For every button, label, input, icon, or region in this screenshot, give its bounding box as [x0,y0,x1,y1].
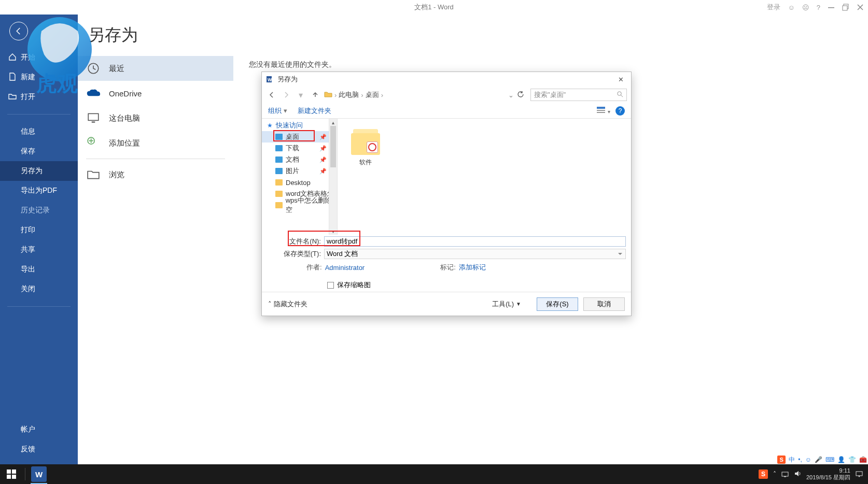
nav-share[interactable]: 共享 [0,240,78,260]
tree-documents[interactable]: 文档📌 [262,154,337,165]
nav-forward-button[interactable] [281,89,292,101]
tags-label: 标记: [440,263,456,272]
refresh-icon[interactable] [517,91,524,99]
tree-quickaccess[interactable]: ★快速访问 [262,120,337,131]
sogou-ime-icon[interactable]: S [777,455,786,464]
tree-folder-b[interactable]: wps中怎么删除空 [262,200,337,211]
crumb-current[interactable]: 桌面 [366,90,379,99]
breadcrumb[interactable]: › 此电脑 › 桌面 › ⌄ [324,90,527,99]
nav-history[interactable]: 历史记录 [0,201,78,220]
view-mode-button[interactable]: ▾ [596,106,610,115]
add-place-icon [86,136,101,150]
nav-feedback[interactable]: 反馈 [0,439,78,459]
folder-icon [275,168,283,174]
search-input[interactable]: 搜索"桌面" [530,89,627,101]
tools-dropdown[interactable]: 工具(L) ▼ [492,300,521,309]
ime-mic-icon[interactable]: 🎤 [815,456,822,463]
scroll-thumb[interactable] [330,126,336,167]
tags-value[interactable]: 添加标记 [459,263,486,272]
crumb-root[interactable]: 此电脑 [339,90,359,99]
tray-network-icon[interactable] [781,470,789,479]
close-button[interactable] [857,4,864,11]
files-pane[interactable]: 软件 [338,119,631,235]
folder-icon [275,202,283,208]
system-tray: S ˄ 9:11 2019/8/15 星期四 [759,467,868,481]
ime-shirt-icon[interactable]: 👕 [848,456,856,463]
face-sad-icon[interactable]: ☹ [802,4,809,11]
ime-keyboard-icon[interactable]: ⌨ [825,456,834,463]
nav-account[interactable]: 帐户 [0,420,78,439]
file-item-software[interactable]: 软件 [345,126,386,167]
ime-emoji-icon[interactable]: ☺ [805,456,811,463]
filename-label: 文件名(N): [267,237,324,246]
nav-exportpdf[interactable]: 导出为PDF [0,181,78,201]
nav-print[interactable]: 打印 [0,220,78,240]
nav-open[interactable]: 打开 [0,87,78,107]
svg-text:W: W [268,77,272,82]
face-smile-icon[interactable]: ☺ [788,4,794,11]
author-label: 作者: [306,263,322,272]
nav-export[interactable]: 导出 [0,260,78,279]
scroll-down-icon[interactable]: ▾ [329,227,337,235]
nav-save[interactable]: 保存 [0,141,78,161]
chevron-up-icon: ˄ [268,300,272,308]
nav-up-button[interactable] [310,89,321,101]
restore-button[interactable] [842,4,849,11]
hide-folders-toggle[interactable]: ˄隐藏文件夹 [268,300,307,309]
nav-info[interactable]: 信息 [0,122,78,141]
nav-open-label: 打开 [21,92,35,101]
cancel-button[interactable]: 取消 [583,297,625,311]
new-doc-icon [8,73,17,81]
nav-recent-dropdown[interactable]: ▾ [295,89,306,101]
ime-punct-icon[interactable]: •, [798,456,802,463]
login-link[interactable]: 登录 [767,3,780,12]
svg-point-11 [618,92,621,95]
tree-desktop-en[interactable]: Desktop [262,177,337,188]
loc-recent[interactable]: 最近 [78,56,233,81]
tray-action-center-icon[interactable] [856,471,863,478]
tray-sogou-icon[interactable]: S [759,469,768,479]
nav-new[interactable]: 新建 [0,67,78,87]
tree-desktop[interactable]: 桌面📌 [262,131,337,143]
svg-rect-20 [784,476,786,477]
tray-clock[interactable]: 9:11 2019/8/15 星期四 [806,467,850,481]
tree-pictures[interactable]: 图片📌 [262,165,337,177]
author-value[interactable]: Administrator [325,264,365,272]
ime-lang-label[interactable]: 中 [789,455,795,464]
ime-toolbox-icon[interactable]: 🧰 [859,456,867,463]
loc-addplace[interactable]: 添加位置 [78,131,233,155]
taskbar-word[interactable]: W [27,464,50,484]
newfolder-button[interactable]: 新建文件夹 [298,106,331,116]
help-button[interactable]: ? [615,106,625,116]
loc-thispc[interactable]: 这台电脑 [78,106,233,131]
nav-saveas[interactable]: 另存为 [0,161,78,181]
tree-downloads[interactable]: 下载📌 [262,143,337,154]
nav-close[interactable]: 关闭 [0,279,78,299]
minimize-button[interactable] [828,4,835,11]
nav-exportpdf-label: 导出为PDF [21,186,57,194]
back-button[interactable] [9,22,28,40]
tree-scrollbar[interactable]: ▴ ▾ [329,119,337,235]
star-icon: ★ [267,122,273,129]
organize-button[interactable]: 组织 ▾ [268,106,287,116]
scroll-up-icon[interactable]: ▴ [329,119,337,126]
filename-input[interactable] [324,236,626,247]
ime-toolbar[interactable]: S 中 •, ☺ 🎤 ⌨ 👤 👕 🧰 [777,455,867,464]
thumbnail-checkbox[interactable] [327,282,334,289]
svg-rect-21 [856,472,862,476]
dialog-titlebar[interactable]: W 另存为 ✕ [262,72,631,87]
tray-volume-icon[interactable] [794,470,801,479]
tray-chevron-up-icon[interactable]: ˄ [773,471,776,478]
crumb-dropdown-icon[interactable]: ⌄ [508,91,514,99]
ime-person-icon[interactable]: 👤 [837,456,845,463]
start-button[interactable] [0,464,23,484]
nav-home[interactable]: 开始 [0,48,78,67]
loc-browse[interactable]: 浏览 [78,162,233,187]
loc-onedrive[interactable]: OneDrive [78,81,233,106]
filetype-select[interactable]: Word 文档 [324,249,626,259]
save-button[interactable]: 保存(S) [537,297,578,311]
nav-back-button[interactable] [266,89,277,101]
saveas-dialog: W 另存为 ✕ ▾ › 此电脑 › 桌面 › ⌄ 搜索"桌面" 组织 ▾ 新建文… [261,72,632,316]
help-icon[interactable]: ? [817,4,820,11]
dialog-close-button[interactable]: ✕ [615,76,627,83]
